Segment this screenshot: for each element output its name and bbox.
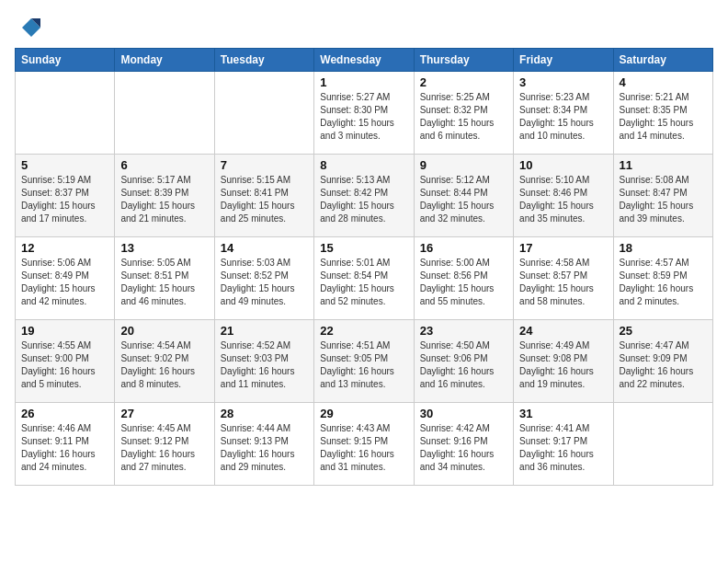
calendar-cell: 6Sunrise: 5:17 AMSunset: 8:39 PMDaylight… xyxy=(115,155,214,237)
cell-content: and 17 minutes. xyxy=(21,213,108,225)
cell-content: Sunrise: 5:23 AM xyxy=(519,91,607,104)
cell-content: Daylight: 15 hours xyxy=(120,282,208,295)
day-header-friday: Friday xyxy=(514,49,613,72)
cell-content: Sunrise: 5:27 AM xyxy=(320,91,407,104)
cell-content: Sunrise: 4:45 AM xyxy=(120,422,208,435)
cell-content: Sunset: 8:34 PM xyxy=(519,104,607,117)
cell-content: and 36 minutes. xyxy=(519,461,607,474)
cell-content: Sunset: 8:39 PM xyxy=(120,187,208,200)
cell-content: Sunset: 8:54 PM xyxy=(320,270,407,282)
cell-content: and 28 minutes. xyxy=(320,213,407,225)
page-header xyxy=(15,15,713,40)
cell-content: and 11 minutes. xyxy=(221,378,308,391)
cell-content: Sunrise: 5:06 AM xyxy=(21,257,108,270)
day-number: 21 xyxy=(221,324,308,338)
calendar-cell xyxy=(115,72,214,155)
cell-content: Sunset: 9:09 PM xyxy=(620,352,707,365)
cell-content: Sunrise: 4:42 AM xyxy=(420,422,507,435)
cell-content: and 39 minutes. xyxy=(620,213,707,225)
day-number: 8 xyxy=(320,158,407,172)
day-number: 26 xyxy=(21,407,108,420)
cell-content: Sunrise: 4:50 AM xyxy=(420,339,507,352)
cell-content: Sunrise: 4:41 AM xyxy=(519,422,607,435)
cell-content: Sunset: 8:56 PM xyxy=(420,270,507,282)
cell-content: and 8 minutes. xyxy=(120,378,208,391)
day-number: 23 xyxy=(420,324,507,338)
cell-content: Sunset: 9:16 PM xyxy=(420,435,507,448)
day-number: 29 xyxy=(320,407,407,420)
cell-content: Daylight: 16 hours xyxy=(120,448,208,461)
cell-content: Daylight: 15 hours xyxy=(320,282,407,295)
cell-content: Sunset: 8:44 PM xyxy=(420,187,507,200)
calendar-cell: 20Sunrise: 4:54 AMSunset: 9:02 PMDayligh… xyxy=(115,320,214,403)
cell-content: Sunset: 8:52 PM xyxy=(221,270,308,282)
cell-content: Daylight: 16 hours xyxy=(620,282,707,295)
cell-content: Sunset: 8:57 PM xyxy=(519,270,607,282)
calendar-cell: 10Sunrise: 5:10 AMSunset: 8:46 PMDayligh… xyxy=(514,155,613,237)
day-number: 22 xyxy=(320,324,407,338)
cell-content: and 46 minutes. xyxy=(120,295,208,308)
day-number: 25 xyxy=(620,324,707,338)
calendar-cell: 21Sunrise: 4:52 AMSunset: 9:03 PMDayligh… xyxy=(214,320,313,403)
cell-content: and 58 minutes. xyxy=(519,295,607,308)
cell-content: Daylight: 15 hours xyxy=(620,117,707,130)
calendar-cell: 22Sunrise: 4:51 AMSunset: 9:05 PMDayligh… xyxy=(314,320,414,403)
calendar-cell: 18Sunrise: 4:57 AMSunset: 8:59 PMDayligh… xyxy=(613,237,712,320)
cell-content: Sunrise: 4:47 AM xyxy=(620,339,707,352)
cell-content: Sunrise: 5:08 AM xyxy=(620,174,707,187)
day-number: 19 xyxy=(21,324,108,338)
cell-content: and 49 minutes. xyxy=(221,295,308,308)
cell-content: Sunset: 9:13 PM xyxy=(221,435,308,448)
cell-content: Sunset: 9:03 PM xyxy=(221,352,308,365)
cell-content: Daylight: 16 hours xyxy=(221,448,308,461)
calendar-cell: 1Sunrise: 5:27 AMSunset: 8:30 PMDaylight… xyxy=(314,72,414,155)
calendar-cell: 8Sunrise: 5:13 AMSunset: 8:42 PMDaylight… xyxy=(314,155,414,237)
cell-content: Sunset: 9:02 PM xyxy=(120,352,208,365)
cell-content: Daylight: 16 hours xyxy=(519,365,607,378)
week-row-3: 12Sunrise: 5:06 AMSunset: 8:49 PMDayligh… xyxy=(16,237,713,320)
cell-content: Sunrise: 4:43 AM xyxy=(320,422,407,435)
cell-content: and 5 minutes. xyxy=(21,378,108,391)
day-header-saturday: Saturday xyxy=(613,49,712,72)
calendar-cell: 28Sunrise: 4:44 AMSunset: 9:13 PMDayligh… xyxy=(214,403,313,486)
cell-content: Daylight: 15 hours xyxy=(620,200,707,213)
cell-content: and 27 minutes. xyxy=(120,461,208,474)
cell-content: and 2 minutes. xyxy=(620,295,707,308)
cell-content: and 24 minutes. xyxy=(21,461,108,474)
calendar-cell: 3Sunrise: 5:23 AMSunset: 8:34 PMDaylight… xyxy=(514,72,613,155)
day-number: 6 xyxy=(120,158,208,172)
day-header-tuesday: Tuesday xyxy=(214,49,313,72)
cell-content: Sunset: 9:00 PM xyxy=(21,352,108,365)
calendar-cell: 19Sunrise: 4:55 AMSunset: 9:00 PMDayligh… xyxy=(16,320,115,403)
calendar-cell: 31Sunrise: 4:41 AMSunset: 9:17 PMDayligh… xyxy=(514,403,613,486)
calendar-cell: 30Sunrise: 4:42 AMSunset: 9:16 PMDayligh… xyxy=(414,403,513,486)
cell-content: Sunset: 8:59 PM xyxy=(620,270,707,282)
day-number: 7 xyxy=(221,158,308,172)
cell-content: Daylight: 16 hours xyxy=(420,365,507,378)
cell-content: Daylight: 16 hours xyxy=(21,448,108,461)
calendar-cell: 25Sunrise: 4:47 AMSunset: 9:09 PMDayligh… xyxy=(613,320,712,403)
calendar-cell: 5Sunrise: 5:19 AMSunset: 8:37 PMDaylight… xyxy=(16,155,115,237)
week-row-1: 1Sunrise: 5:27 AMSunset: 8:30 PMDaylight… xyxy=(16,72,713,155)
calendar-cell xyxy=(613,403,712,486)
cell-content: Sunrise: 5:12 AM xyxy=(420,174,507,187)
cell-content: Sunrise: 5:01 AM xyxy=(320,257,407,270)
day-number: 9 xyxy=(420,158,507,172)
calendar-cell: 2Sunrise: 5:25 AMSunset: 8:32 PMDaylight… xyxy=(414,72,513,155)
cell-content: and 34 minutes. xyxy=(420,461,507,474)
day-number: 13 xyxy=(120,241,208,255)
cell-content: Sunrise: 4:46 AM xyxy=(21,422,108,435)
cell-content: and 16 minutes. xyxy=(420,378,507,391)
cell-content: Daylight: 15 hours xyxy=(221,282,308,295)
day-number: 10 xyxy=(519,158,607,172)
cell-content: Daylight: 15 hours xyxy=(420,200,507,213)
cell-content: Sunset: 8:47 PM xyxy=(620,187,707,200)
cell-content: Daylight: 16 hours xyxy=(120,365,208,378)
calendar-cell: 14Sunrise: 5:03 AMSunset: 8:52 PMDayligh… xyxy=(214,237,313,320)
calendar-cell xyxy=(16,72,115,155)
week-row-2: 5Sunrise: 5:19 AMSunset: 8:37 PMDaylight… xyxy=(16,155,713,237)
cell-content: Daylight: 15 hours xyxy=(519,117,607,130)
cell-content: Sunset: 8:51 PM xyxy=(120,270,208,282)
cell-content: and 55 minutes. xyxy=(420,295,507,308)
cell-content: Sunrise: 4:49 AM xyxy=(519,339,607,352)
